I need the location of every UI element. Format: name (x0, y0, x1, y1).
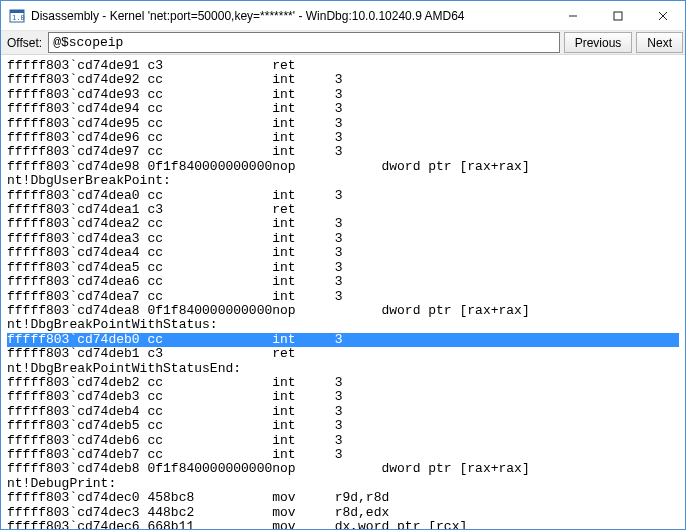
disassembly-window: 1.0 Disassembly - Kernel 'net:port=50000… (0, 0, 686, 530)
disassembly-listing[interactable]: fffff803`cd74de91 c3 retfffff803`cd74de9… (1, 55, 685, 529)
close-button[interactable] (640, 1, 685, 30)
offset-label: Offset: (1, 31, 46, 54)
disasm-line[interactable]: fffff803`cd74dec6 668b11 mov dx,word ptr… (7, 520, 679, 529)
minimize-button[interactable] (550, 1, 595, 30)
disasm-line[interactable]: fffff803`cd74dea5 cc int 3 (7, 261, 679, 275)
window-title: Disassembly - Kernel 'net:port=50000,key… (31, 9, 550, 23)
disasm-line[interactable]: fffff803`cd74deb7 cc int 3 (7, 448, 679, 462)
disasm-line[interactable]: fffff803`cd74de93 cc int 3 (7, 88, 679, 102)
symbol-line[interactable]: nt!DebugPrint: (7, 477, 679, 491)
disasm-line[interactable]: fffff803`cd74dec3 448bc2 mov r8d,edx (7, 506, 679, 520)
disasm-line[interactable]: fffff803`cd74deb3 cc int 3 (7, 390, 679, 404)
symbol-line[interactable]: nt!DbgBreakPointWithStatus: (7, 318, 679, 332)
disasm-line[interactable]: fffff803`cd74deb6 cc int 3 (7, 434, 679, 448)
disasm-line[interactable]: fffff803`cd74deb5 cc int 3 (7, 419, 679, 433)
titlebar[interactable]: 1.0 Disassembly - Kernel 'net:port=50000… (1, 1, 685, 31)
disasm-line[interactable]: fffff803`cd74dea4 cc int 3 (7, 246, 679, 260)
disasm-line[interactable]: fffff803`cd74dec0 458bc8 mov r9d,r8d (7, 491, 679, 505)
svg-rect-1 (10, 10, 24, 13)
toolbar: Offset: Previous Next (1, 31, 685, 55)
previous-button[interactable]: Previous (564, 32, 633, 53)
disasm-line[interactable]: fffff803`cd74de96 cc int 3 (7, 131, 679, 145)
window-controls (550, 1, 685, 30)
disasm-line[interactable]: fffff803`cd74dea2 cc int 3 (7, 217, 679, 231)
next-button[interactable]: Next (636, 32, 683, 53)
disasm-line[interactable]: fffff803`cd74deb0 cc int 3 (7, 333, 679, 347)
app-icon: 1.0 (9, 8, 25, 24)
disasm-line[interactable]: fffff803`cd74deb4 cc int 3 (7, 405, 679, 419)
disasm-line[interactable]: fffff803`cd74dea7 cc int 3 (7, 290, 679, 304)
disasm-line[interactable]: fffff803`cd74deb8 0f1f840000000000nop dw… (7, 462, 679, 476)
disasm-line[interactable]: fffff803`cd74de94 cc int 3 (7, 102, 679, 116)
disasm-line[interactable]: fffff803`cd74de98 0f1f840000000000nop dw… (7, 160, 679, 174)
symbol-line[interactable]: nt!DbgUserBreakPoint: (7, 174, 679, 188)
disasm-line[interactable]: fffff803`cd74de91 c3 ret (7, 59, 679, 73)
disasm-line[interactable]: fffff803`cd74dea6 cc int 3 (7, 275, 679, 289)
symbol-line[interactable]: nt!DbgBreakPointWithStatusEnd: (7, 362, 679, 376)
disasm-line[interactable]: fffff803`cd74dea1 c3 ret (7, 203, 679, 217)
offset-input[interactable] (48, 32, 559, 53)
disasm-line[interactable]: fffff803`cd74deb1 c3 ret (7, 347, 679, 361)
disasm-line[interactable]: fffff803`cd74de95 cc int 3 (7, 117, 679, 131)
disasm-line[interactable]: fffff803`cd74dea3 cc int 3 (7, 232, 679, 246)
svg-rect-4 (614, 12, 622, 20)
disasm-line[interactable]: fffff803`cd74de97 cc int 3 (7, 145, 679, 159)
disasm-line[interactable]: fffff803`cd74de92 cc int 3 (7, 73, 679, 87)
disasm-line[interactable]: fffff803`cd74dea0 cc int 3 (7, 189, 679, 203)
maximize-button[interactable] (595, 1, 640, 30)
disasm-line[interactable]: fffff803`cd74dea8 0f1f840000000000nop dw… (7, 304, 679, 318)
disasm-line[interactable]: fffff803`cd74deb2 cc int 3 (7, 376, 679, 390)
svg-text:1.0: 1.0 (12, 14, 25, 22)
